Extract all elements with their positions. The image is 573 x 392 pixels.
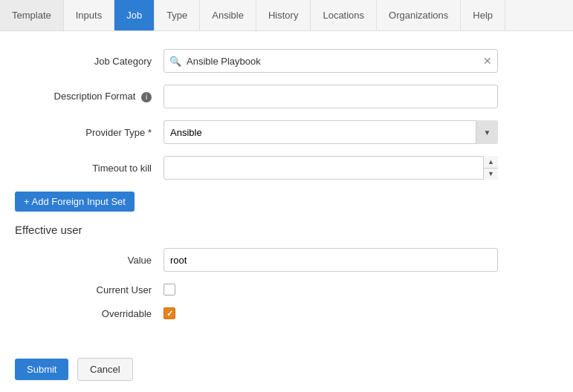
job-category-row: Job Category 🔍 ✕ [15,49,558,73]
tab-help[interactable]: Help [461,0,505,30]
tab-bar: Template Inputs Job Type Ansible History… [0,0,573,31]
timeout-label: Timeout to kill [15,163,164,174]
add-foreign-input-set-button[interactable]: + Add Foreign Input Set [15,192,135,212]
tab-job[interactable]: Job [114,0,155,30]
job-category-search-wrapper: 🔍 ✕ [164,49,498,73]
timeout-increment-button[interactable]: ▲ [484,156,498,169]
overridable-checkbox[interactable] [164,307,175,319]
tab-type[interactable]: Type [155,0,200,30]
value-row: Value [15,248,558,272]
effective-user-section-title: Effective user [15,223,558,236]
tab-inputs[interactable]: Inputs [64,0,114,30]
description-format-row: Description Format i [15,85,558,108]
overridable-row: Overridable [15,307,558,319]
main-content: Job Category 🔍 ✕ Description Format i Pr… [0,31,573,346]
current-user-row: Current User [15,284,558,295]
cancel-button[interactable]: Cancel [77,358,132,381]
job-category-label: Job Category [15,56,164,67]
clear-icon[interactable]: ✕ [483,55,492,67]
tab-template[interactable]: Template [0,0,64,30]
current-user-checkbox[interactable] [164,284,175,295]
current-user-label: Current User [15,284,164,295]
timeout-input[interactable] [164,156,498,180]
provider-type-label: Provider Type * [15,127,164,138]
job-category-input[interactable] [164,49,498,73]
description-format-input[interactable] [164,85,498,108]
timeout-spinner-controls: ▲ ▼ [483,156,498,180]
tab-history[interactable]: History [256,0,311,30]
submit-button[interactable]: Submit [15,359,68,380]
tab-ansible[interactable]: Ansible [200,0,256,30]
timeout-decrement-button[interactable]: ▼ [484,169,498,180]
value-input[interactable] [164,248,498,272]
provider-type-select[interactable]: Ansible Script Manual [164,120,498,144]
value-label: Value [15,255,164,266]
timeout-spinner-wrapper: ▲ ▼ [164,156,498,180]
description-format-label: Description Format i [15,91,164,102]
search-icon: 🔍 [169,56,181,67]
provider-type-row: Provider Type * Ansible Script Manual [15,120,558,144]
info-icon[interactable]: i [141,92,152,102]
tab-locations[interactable]: Locations [311,0,377,30]
provider-type-select-wrapper: Ansible Script Manual [164,120,498,144]
bottom-bar: Submit Cancel [0,346,573,392]
timeout-row: Timeout to kill ▲ ▼ [15,156,558,180]
overridable-label: Overridable [15,308,164,319]
tab-organizations[interactable]: Organizations [377,0,461,30]
